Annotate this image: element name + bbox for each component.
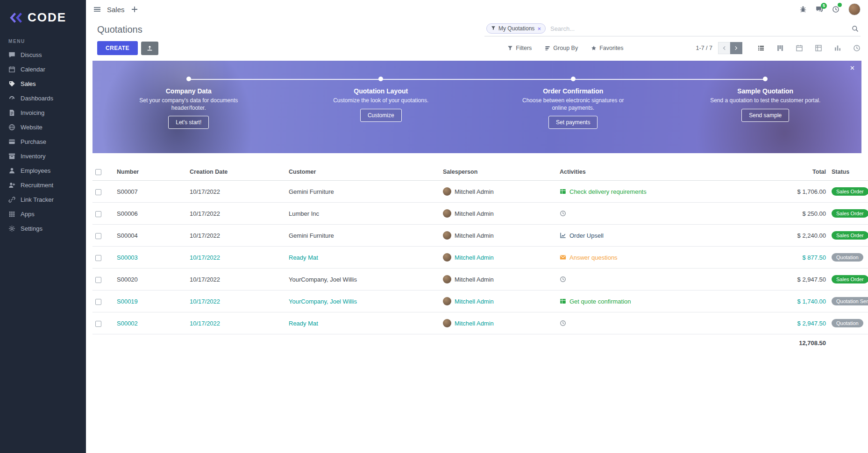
row-checkbox[interactable] [95,255,101,261]
sidebar-item-purchase[interactable]: Purchase [0,134,86,149]
create-button[interactable]: CREATE [97,41,138,55]
calendar-view-icon[interactable] [796,44,803,52]
brand-logo[interactable]: CODE [0,0,86,32]
cell-activities[interactable] [557,203,693,225]
sidebar-item-settings[interactable]: Settings [0,221,86,236]
cell-activities[interactable]: Answer questions [557,247,693,269]
cell-number: S00019 [114,290,187,312]
column-header-creation-date[interactable]: Creation Date [187,163,286,181]
sidebar-item-inventory[interactable]: Inventory [0,149,86,163]
export-button[interactable] [141,42,158,55]
table-row[interactable]: S0000710/17/2022Gemini FurnitureMitchell… [92,181,868,203]
table-row[interactable]: S0001910/17/2022YourCompany, Joel Willis… [92,290,868,312]
onboarding-step-quotation-layout: Quotation LayoutCustomize the look of yo… [285,74,477,153]
activities-badge [838,3,842,7]
table-row[interactable]: S0000610/17/2022Lumber IncMitchell Admin… [92,203,868,225]
debug-bug-icon[interactable] [799,6,807,13]
brand-logo-icon [8,12,23,23]
select-all-checkbox[interactable] [95,169,101,175]
facet-remove-icon[interactable]: × [537,26,541,32]
group-by-button[interactable]: Group By [545,45,578,51]
column-header-activities[interactable]: Activities [557,163,693,181]
step-dot [763,77,768,81]
activity-label: Check delivery requirements [569,188,647,195]
table-row[interactable]: S0000410/17/2022Gemini FurnitureMitchell… [92,225,868,247]
cell-activities[interactable] [557,269,693,290]
search-icon[interactable] [852,25,859,32]
salesperson-name: Mitchell Admin [455,298,494,305]
row-checkbox[interactable] [95,321,101,327]
column-header-status[interactable]: Status [829,163,868,181]
sidebar-item-discuss[interactable]: Discuss [0,48,86,62]
sidebar-item-dashboards[interactable]: Dashboards [0,91,86,106]
salesperson-avatar [443,275,451,283]
cell-total: $ 877.50 [693,247,829,269]
banner-close-icon[interactable] [849,65,855,71]
sidebar-item-apps[interactable]: Apps [0,207,86,221]
list-view-icon[interactable] [757,44,765,52]
table-footer-row: 12,708.50 [92,334,868,352]
pivot-view-icon[interactable] [815,44,822,52]
step-action-button[interactable]: Let's start! [168,116,209,129]
sidebar-item-sales[interactable]: Sales [0,77,86,91]
table-row[interactable]: S0000210/17/2022Ready MatMitchell Admin$… [92,312,868,334]
user-avatar[interactable] [848,3,861,15]
activity-label: Answer questions [569,254,618,261]
activities-clock-icon[interactable] [832,6,840,13]
activity-view-icon[interactable] [853,44,861,52]
cell-activities[interactable]: Get quote confirmation [557,290,693,312]
salesperson-name: Mitchell Admin [455,210,494,217]
row-checkbox[interactable] [95,277,101,283]
favorites-button[interactable]: Favorites [591,45,623,51]
clock-icon [560,276,566,283]
cell-activities[interactable] [557,312,693,334]
view-switcher [757,44,861,52]
graph-view-icon[interactable] [834,44,841,52]
messages-icon[interactable]: 5 [816,6,823,13]
brand-name: CODE [28,10,66,25]
step-action-button[interactable]: Set payments [548,116,598,129]
kanban-view-icon[interactable] [776,44,784,52]
sidebar-item-calendar[interactable]: Calendar [0,62,86,77]
row-checkbox[interactable] [95,189,101,195]
pager-range: 1-7 / 7 [696,45,712,51]
column-header-number[interactable]: Number [114,163,187,181]
table-row[interactable]: S0002010/17/2022YourCompany, Joel Willis… [92,269,868,290]
cell-customer: YourCompany, Joel Willis [286,269,440,290]
cell-number: S00007 [114,181,187,203]
step-action-button[interactable]: Customize [360,109,402,122]
cell-creation-date: 10/17/2022 [187,312,286,334]
row-checkbox[interactable] [95,233,101,239]
filters-button[interactable]: Filters [507,45,532,51]
page-title: Quotations [97,24,142,35]
step-action-button[interactable]: Send sample [741,109,789,122]
list-check-icon [560,298,566,304]
search-bar[interactable]: My Quotations × [484,22,861,36]
column-header-salesperson[interactable]: Salesperson [440,163,557,181]
cell-activities[interactable]: Order Upsell [557,225,693,247]
sidebar-item-website[interactable]: Website [0,120,86,134]
sidebar-item-link-tracker[interactable]: Link Tracker [0,192,86,207]
pager-previous-button[interactable] [718,42,730,54]
pager-next-button[interactable] [730,42,742,54]
cell-total: $ 2,240.00 [693,225,829,247]
hamburger-menu-icon[interactable] [93,6,101,13]
sidebar-item-invoicing[interactable]: Invoicing [0,106,86,120]
add-tab-icon[interactable] [131,6,138,13]
search-input[interactable] [546,24,852,34]
column-header-total[interactable]: Total [693,163,829,181]
sidebar-item-recruitment[interactable]: Recruitment [0,178,86,192]
row-checkbox[interactable] [95,211,101,217]
step-title: Sample Quotation [737,87,793,95]
star-icon [591,45,597,51]
app-title[interactable]: Sales [107,6,125,14]
sidebar-item-employees[interactable]: Employees [0,163,86,178]
envelope-icon [560,254,566,261]
column-header-customer[interactable]: Customer [286,163,440,181]
salesperson-avatar [443,209,451,218]
cell-total: $ 2,947.50 [693,269,829,290]
row-checkbox[interactable] [95,299,101,305]
table-row[interactable]: S0000310/17/2022Ready MatMitchell AdminA… [92,247,868,269]
cell-activities[interactable]: Check delivery requirements [557,181,693,203]
search-facet[interactable]: My Quotations × [486,23,546,34]
